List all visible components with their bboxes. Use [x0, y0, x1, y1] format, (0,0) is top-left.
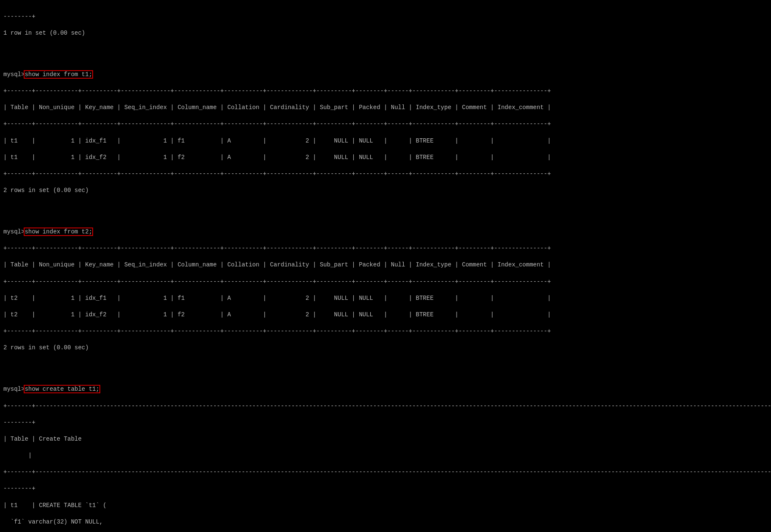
row-count-t1-index: 2 rows in set (0.00 sec)	[3, 186, 768, 195]
table-label-t1: Table	[11, 436, 28, 442]
prompt-show-index-t1[interactable]: mysql>show index from t1;	[3, 71, 768, 79]
index-t2-border-mid: +-------+------------+----------+-------…	[3, 278, 768, 286]
index-t2-border-bot: +-------+------------+----------+-------…	[3, 327, 768, 336]
create-t1-border-mid2: --------+	[3, 485, 768, 493]
index-t1-border-mid: +-------+------------+----------+-------…	[3, 120, 768, 129]
row-count-t2-index: 2 rows in set (0.00 sec)	[3, 344, 768, 352]
create-t1-border-top1: +-------+-------------------------------…	[3, 402, 768, 411]
index-t2-row1: | t2 | 1 | idx_f1 | 1 | f1 | A | 2 | NUL…	[3, 294, 768, 303]
index-t1-header: | Table | Non_unique | Key_name | Seq_in…	[3, 104, 768, 112]
index-t1-row2: | t1 | 1 | idx_f2 | 1 | f2 | A | 2 | NUL…	[3, 154, 768, 162]
mysql-prompt-1: mysql>	[3, 71, 25, 78]
terminal-window: --------+ 1 row in set (0.00 sec) mysql>…	[3, 4, 768, 532]
blank-2	[3, 203, 768, 211]
prompt-show-create-t1[interactable]: mysql>show create table t1;	[3, 385, 768, 394]
create-t1-data-row: | t1 | CREATE TABLE `t1` (	[3, 502, 768, 510]
create-table-label-t1: Create Table	[39, 436, 82, 442]
separator-line-1: --------+	[3, 13, 768, 21]
mysql-prompt-3: mysql>	[3, 386, 25, 392]
row-count-1: 1 row in set (0.00 sec)	[3, 29, 768, 38]
create-t1-border-mid1: +-------+-------------------------------…	[3, 468, 768, 477]
create-t1-col-header: | Table | Create Table	[3, 435, 768, 444]
index-t1-border-top: +-------+------------+----------+-------…	[3, 87, 768, 96]
cmd-show-create-t1[interactable]: show create table t1;	[25, 386, 99, 392]
create-t1-col-indent: |	[3, 452, 768, 460]
blank-3	[3, 361, 768, 369]
index-t1-border-bot: +-------+------------+----------+-------…	[3, 170, 768, 178]
create-t1-f1: `f1` varchar(32) NOT NULL,	[3, 518, 768, 527]
create-t1-border-top2: --------+	[3, 419, 768, 427]
index-t2-row2: | t2 | 1 | idx_f2 | 1 | f2 | A | 2 | NUL…	[3, 311, 768, 319]
prompt-show-index-t2[interactable]: mysql>show index from t2;	[3, 228, 768, 236]
blank-1	[3, 46, 768, 54]
index-t2-header: | Table | Non_unique | Key_name | Seq_in…	[3, 261, 768, 269]
cmd-show-index-t2[interactable]: show index from t2;	[25, 228, 92, 235]
index-t1-row1: | t1 | 1 | idx_f1 | 1 | f1 | A | 2 | NUL…	[3, 137, 768, 145]
cmd-show-index-t1[interactable]: show index from t1;	[25, 71, 92, 78]
mysql-prompt-2: mysql>	[3, 228, 25, 235]
index-t2-border-top: +-------+------------+----------+-------…	[3, 244, 768, 253]
